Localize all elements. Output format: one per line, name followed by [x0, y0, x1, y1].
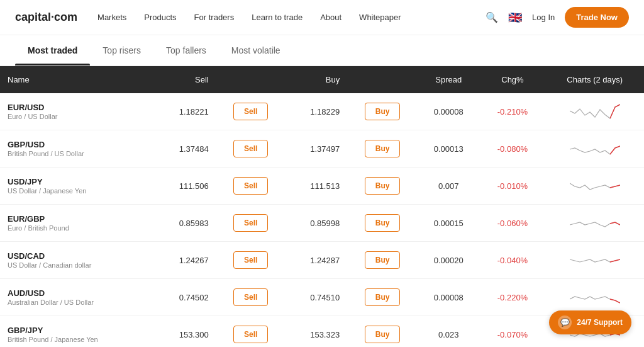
sell-button[interactable]: Sell: [233, 140, 268, 157]
trade-now-button[interactable]: Trade Now: [565, 7, 629, 28]
col-sell-btn: [216, 66, 286, 93]
nav-about[interactable]: About: [320, 13, 341, 22]
table-row: USD/CAD US Dollar / Canadian dollar 1.24…: [0, 242, 644, 279]
change-percent: -0.080%: [479, 130, 545, 168]
sell-btn-cell: Sell: [216, 168, 286, 205]
sell-price: 153.300: [154, 316, 216, 348]
change-percent: -0.070%: [479, 316, 545, 348]
sell-price: 0.74502: [154, 279, 216, 316]
nav-for-traders[interactable]: For traders: [194, 13, 235, 22]
spread-value: 0.00008: [418, 93, 479, 130]
pair-description: US Dollar / Canadian dollar: [8, 261, 147, 269]
mini-chart-cell: [545, 93, 644, 130]
spread-value: 0.023: [418, 316, 479, 348]
nav-markets[interactable]: Markets: [97, 13, 126, 22]
flag-icon[interactable]: 🇬🇧: [508, 11, 522, 25]
sell-btn-cell: Sell: [216, 93, 286, 130]
trading-table-wrap: Name Sell Buy Spread Chg% Charts (2 days…: [0, 66, 644, 347]
login-button[interactable]: Log In: [532, 13, 555, 22]
sell-btn-cell: Sell: [216, 242, 286, 279]
buy-btn-cell: Buy: [347, 242, 418, 279]
buy-price: 1.18229: [286, 93, 347, 130]
table-row: GBP/JPY British Pound / Japanese Yen 153…: [0, 316, 644, 348]
spread-value: 0.00008: [418, 279, 479, 316]
sell-price: 1.18221: [154, 93, 216, 130]
buy-button[interactable]: Buy: [365, 177, 401, 195]
buy-button[interactable]: Buy: [365, 251, 401, 269]
tab-most-volatile[interactable]: Most volatile: [219, 35, 293, 65]
pair-name-cell: EUR/GBP Euro / British Pound: [0, 205, 154, 242]
pair-name-cell: GBP/USD British Pound / US Dollar: [0, 130, 154, 168]
sell-button[interactable]: Sell: [233, 288, 268, 306]
tab-top-risers[interactable]: Top risers: [90, 35, 153, 65]
pair-description: British Pound / US Dollar: [8, 150, 147, 157]
col-charts: Charts (2 days): [545, 66, 644, 93]
spread-value: 0.007: [418, 168, 479, 205]
spread-value: 0.00013: [418, 130, 479, 168]
pair-symbol: EUR/GBP: [8, 214, 147, 224]
mini-chart-cell: [545, 242, 644, 279]
sell-btn-cell: Sell: [216, 205, 286, 242]
pair-description: Euro / US Dollar: [8, 113, 147, 120]
col-chg: Chg%: [479, 66, 545, 93]
buy-button[interactable]: Buy: [365, 326, 401, 343]
nav-whitepaper[interactable]: Whitepaper: [359, 13, 401, 22]
sell-price: 1.37484: [154, 130, 216, 168]
support-badge[interactable]: 💬 24/7 Support: [549, 310, 631, 334]
table-row: AUD/USD Australian Dollar / US Dollar 0.…: [0, 279, 644, 316]
nav-products[interactable]: Products: [144, 13, 176, 22]
pair-symbol: USD/JPY: [8, 177, 147, 186]
main-nav: Markets Products For traders Learn to tr…: [97, 13, 486, 22]
tab-top-fallers[interactable]: Top fallers: [153, 35, 219, 65]
sell-btn-cell: Sell: [216, 316, 286, 348]
pair-symbol: GBP/JPY: [8, 326, 147, 335]
buy-button[interactable]: Buy: [365, 214, 401, 232]
sell-button[interactable]: Sell: [233, 177, 268, 195]
sell-price: 111.506: [154, 168, 216, 205]
buy-btn-cell: Buy: [347, 93, 418, 130]
table-row: GBP/USD British Pound / US Dollar 1.3748…: [0, 130, 644, 168]
pair-name-cell: GBP/JPY British Pound / Japanese Yen: [0, 316, 154, 348]
mini-chart-cell: [545, 205, 644, 242]
sell-button[interactable]: Sell: [233, 214, 268, 232]
sell-button[interactable]: Sell: [233, 326, 268, 343]
change-percent: -0.060%: [479, 205, 545, 242]
header-right: 🔍 🇬🇧 Log In Trade Now: [486, 7, 629, 28]
pair-description: Australian Dollar / US Dollar: [8, 299, 147, 306]
pair-symbol: USD/CAD: [8, 251, 147, 261]
search-icon[interactable]: 🔍: [486, 11, 498, 23]
col-buy: Buy: [286, 66, 347, 93]
table-row: EUR/GBP Euro / British Pound 0.85983 Sel…: [0, 205, 644, 242]
col-sell: Sell: [154, 66, 216, 93]
col-spread: Spread: [418, 66, 479, 93]
sell-button[interactable]: Sell: [233, 103, 268, 120]
buy-price: 0.85998: [286, 205, 347, 242]
change-percent: -0.210%: [479, 93, 545, 130]
support-label: 24/7 Support: [577, 318, 623, 327]
pair-description: US Dollar / Japanese Yen: [8, 187, 147, 195]
sell-price: 1.24267: [154, 242, 216, 279]
change-percent: -0.040%: [479, 242, 545, 279]
pair-symbol: EUR/USD: [8, 103, 147, 112]
buy-button[interactable]: Buy: [365, 140, 401, 157]
pair-symbol: GBP/USD: [8, 140, 147, 149]
buy-btn-cell: Buy: [347, 316, 418, 348]
logo[interactable]: capital·com: [15, 11, 77, 24]
col-buy-btn: [347, 66, 418, 93]
buy-price: 111.513: [286, 168, 347, 205]
tab-most-traded[interactable]: Most traded: [15, 35, 90, 65]
buy-button[interactable]: Buy: [365, 288, 401, 306]
spread-value: 0.00020: [418, 242, 479, 279]
nav-learn-to-trade[interactable]: Learn to trade: [252, 13, 303, 22]
trading-table: Name Sell Buy Spread Chg% Charts (2 days…: [0, 66, 644, 347]
change-percent: -0.010%: [479, 168, 545, 205]
buy-button[interactable]: Buy: [365, 103, 401, 120]
header: capital·com Markets Products For traders…: [0, 0, 644, 35]
sell-btn-cell: Sell: [216, 130, 286, 168]
pair-name-cell: EUR/USD Euro / US Dollar: [0, 93, 154, 130]
logo-text: capital·com: [15, 11, 77, 24]
sell-button[interactable]: Sell: [233, 251, 268, 269]
pair-name-cell: USD/JPY US Dollar / Japanese Yen: [0, 168, 154, 205]
buy-btn-cell: Buy: [347, 130, 418, 168]
buy-price: 1.24287: [286, 242, 347, 279]
